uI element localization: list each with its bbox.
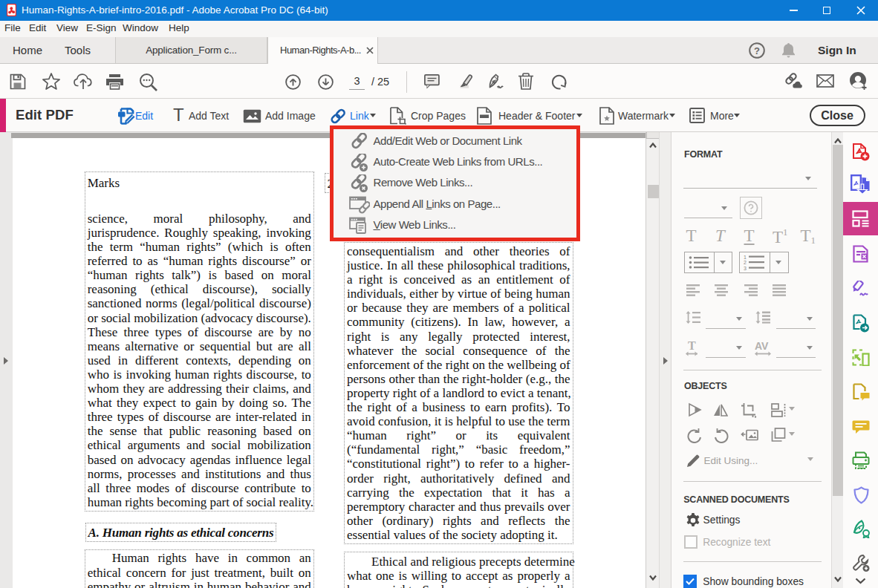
svg-text:?: ? — [754, 45, 760, 56]
svg-text:1: 1 — [744, 255, 747, 260]
svg-text:3: 3 — [744, 266, 747, 271]
svg-text:T: T — [688, 341, 696, 352]
svg-text:AV: AV — [755, 341, 769, 352]
svg-text:2: 2 — [744, 260, 747, 265]
